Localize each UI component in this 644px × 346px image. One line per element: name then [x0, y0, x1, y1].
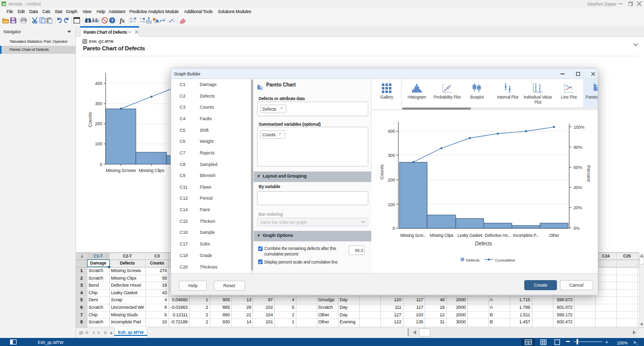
svg-text:Leaky Gasket: Leaky Gasket: [457, 233, 482, 238]
svg-text:300: 300: [388, 153, 395, 158]
svg-text:Cumulative: Cumulative: [495, 258, 516, 263]
svg-text:0: 0: [392, 226, 395, 231]
svg-text:60%: 60%: [574, 165, 582, 170]
svg-text:Counts: Counts: [379, 164, 384, 180]
svg-text:100: 100: [95, 141, 102, 146]
svg-text:20%: 20%: [574, 205, 582, 210]
svg-text:Percent: Percent: [586, 165, 592, 182]
svg-text:200: 200: [95, 121, 102, 126]
svg-text:80%: 80%: [574, 145, 582, 150]
svg-text:Missing Scre...: Missing Scre...: [400, 233, 427, 238]
svg-text:Defective Ho...: Defective Ho...: [485, 233, 511, 238]
svg-text:Defects: Defects: [466, 258, 479, 263]
svg-text:Counts: Counts: [87, 112, 93, 127]
svg-text:Other: Other: [549, 233, 559, 238]
svg-text:400: 400: [388, 129, 395, 134]
svg-text:Incomplete P...: Incomplete P...: [513, 233, 539, 238]
svg-text:0%: 0%: [574, 226, 580, 231]
svg-text:Missing Clips: Missing Clips: [430, 233, 453, 238]
svg-text:Missing Clips: Missing Clips: [139, 168, 165, 173]
svg-text:300: 300: [95, 101, 102, 106]
svg-text:Defects: Defects: [475, 241, 492, 246]
svg-text:40%: 40%: [574, 185, 582, 190]
svg-text:?: ?: [111, 18, 114, 23]
svg-text:400: 400: [95, 81, 102, 86]
svg-text:0: 0: [100, 162, 102, 167]
svg-text:Missing Screws: Missing Screws: [106, 168, 136, 173]
svg-text:100%: 100%: [574, 125, 585, 130]
svg-text:200: 200: [388, 178, 395, 183]
svg-text:100: 100: [388, 202, 395, 207]
